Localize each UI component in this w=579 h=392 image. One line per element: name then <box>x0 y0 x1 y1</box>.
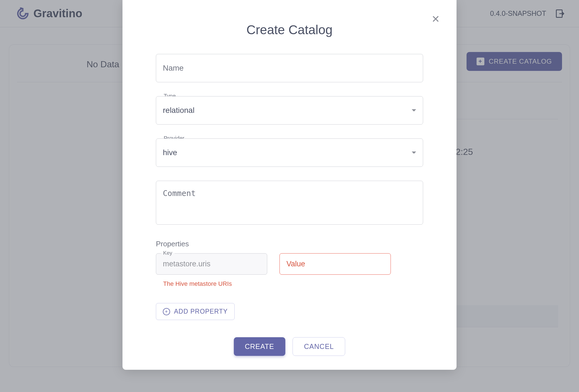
dialog-title: Create Catalog <box>156 22 423 37</box>
property-row: Key <box>156 253 423 275</box>
property-value-input[interactable] <box>279 253 391 275</box>
provider-value: hive <box>163 148 177 157</box>
chevron-down-icon <box>412 109 416 111</box>
chevron-down-icon <box>412 152 416 154</box>
type-select[interactable]: relational <box>156 96 423 125</box>
create-button[interactable]: CREATE <box>234 337 286 356</box>
add-property-label: ADD PROPERTY <box>174 308 228 315</box>
close-icon: ✕ <box>431 13 440 25</box>
dialog-actions: CREATE CANCEL <box>156 337 423 356</box>
comment-field-wrap <box>156 181 423 226</box>
property-key-input[interactable] <box>156 253 267 275</box>
type-value: relational <box>163 106 195 115</box>
type-field-wrap: Type relational <box>156 96 423 125</box>
property-helper-text: The Hive metastore URIs <box>163 280 423 287</box>
provider-field-wrap: Provider hive <box>156 138 423 167</box>
close-button[interactable]: ✕ <box>431 13 440 25</box>
property-value-wrap <box>279 253 391 275</box>
properties-section-label: Properties <box>156 240 423 248</box>
cancel-button[interactable]: CANCEL <box>293 337 345 356</box>
property-key-wrap: Key <box>156 253 267 275</box>
provider-select[interactable]: hive <box>156 138 423 167</box>
create-catalog-dialog: ✕ Create Catalog Type relational Provide… <box>122 0 457 370</box>
comment-input[interactable] <box>156 181 423 225</box>
add-property-button[interactable]: + ADD PROPERTY <box>156 303 235 320</box>
name-field-wrap <box>156 54 423 82</box>
plus-circle-icon: + <box>163 308 170 315</box>
name-input[interactable] <box>156 54 423 82</box>
property-key-label: Key <box>161 250 175 256</box>
